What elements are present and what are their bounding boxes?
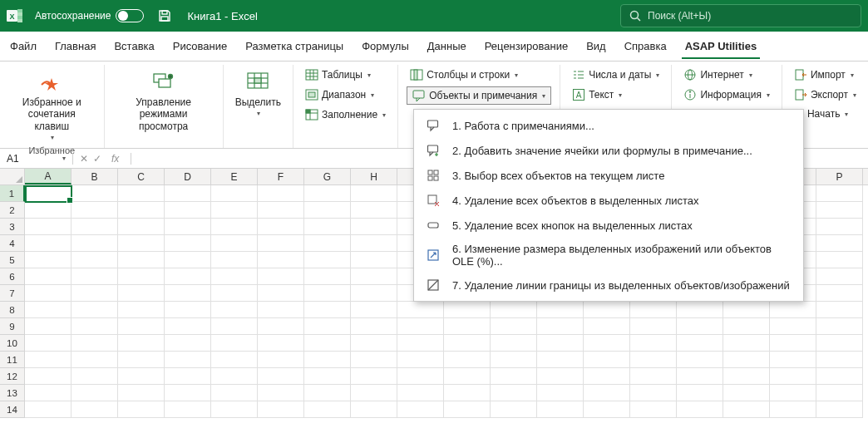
cell[interactable] bbox=[165, 385, 211, 401]
cell[interactable] bbox=[72, 368, 118, 385]
cell[interactable] bbox=[258, 335, 304, 352]
cell[interactable] bbox=[72, 352, 118, 368]
cell[interactable] bbox=[770, 335, 816, 352]
cell[interactable] bbox=[304, 285, 351, 302]
cell[interactable] bbox=[491, 302, 537, 318]
cell[interactable] bbox=[211, 368, 258, 385]
cell[interactable] bbox=[584, 385, 630, 401]
cell[interactable] bbox=[537, 318, 584, 335]
cell[interactable] bbox=[165, 285, 211, 302]
cell[interactable] bbox=[770, 352, 816, 368]
cell[interactable] bbox=[351, 368, 397, 385]
cell[interactable] bbox=[258, 401, 304, 418]
row-header[interactable]: 7 bbox=[0, 285, 25, 302]
cell[interactable] bbox=[304, 235, 351, 252]
cell[interactable] bbox=[677, 335, 723, 352]
column-header[interactable]: F bbox=[258, 169, 304, 184]
cell[interactable] bbox=[816, 235, 863, 252]
cell[interactable] bbox=[72, 318, 118, 335]
favorites-button[interactable]: Избранное и сочетания клавиш▾ bbox=[8, 66, 96, 144]
cell[interactable] bbox=[677, 318, 723, 335]
cell[interactable] bbox=[25, 202, 72, 219]
cell[interactable] bbox=[397, 335, 444, 352]
cell[interactable] bbox=[397, 368, 444, 385]
cell[interactable] bbox=[211, 318, 258, 335]
cell[interactable] bbox=[258, 368, 304, 385]
objects-comments-button[interactable]: Объекты и примечания▾ bbox=[407, 86, 551, 105]
range-button[interactable]: Диапазон▾ bbox=[302, 86, 377, 103]
cell[interactable] bbox=[537, 302, 584, 318]
cell[interactable] bbox=[304, 252, 351, 268]
row-header[interactable]: 3 bbox=[0, 219, 25, 235]
cell[interactable] bbox=[72, 185, 118, 202]
cell[interactable] bbox=[165, 335, 211, 352]
cell[interactable] bbox=[816, 268, 863, 285]
cell[interactable] bbox=[351, 202, 397, 219]
cell[interactable] bbox=[72, 219, 118, 235]
cell[interactable] bbox=[211, 385, 258, 401]
cell[interactable] bbox=[118, 268, 165, 285]
cell[interactable] bbox=[444, 368, 491, 385]
select-all-cells[interactable] bbox=[0, 169, 25, 184]
cell[interactable] bbox=[25, 352, 72, 368]
cell[interactable] bbox=[25, 252, 72, 268]
view-modes-button[interactable]: Управление режимами просмотра bbox=[113, 66, 215, 134]
cell[interactable] bbox=[72, 252, 118, 268]
cols-rows-button[interactable]: Столбцы и строки▾ bbox=[407, 66, 521, 83]
cell[interactable] bbox=[258, 235, 304, 252]
cell[interactable] bbox=[258, 202, 304, 219]
cell[interactable] bbox=[165, 185, 211, 202]
cell[interactable] bbox=[816, 318, 863, 335]
cell[interactable] bbox=[584, 352, 630, 368]
cell[interactable] bbox=[537, 401, 584, 418]
cell[interactable] bbox=[723, 335, 770, 352]
cell[interactable] bbox=[537, 335, 584, 352]
row-header[interactable]: 13 bbox=[0, 385, 25, 401]
cell[interactable] bbox=[630, 401, 677, 418]
export-button[interactable]: Экспорт▾ bbox=[791, 86, 860, 103]
cell[interactable] bbox=[25, 368, 72, 385]
cell[interactable] bbox=[677, 385, 723, 401]
cell[interactable] bbox=[816, 385, 863, 401]
cell[interactable] bbox=[397, 401, 444, 418]
cell[interactable] bbox=[25, 285, 72, 302]
cell[interactable] bbox=[165, 252, 211, 268]
cell[interactable] bbox=[723, 352, 770, 368]
cell[interactable] bbox=[165, 302, 211, 318]
cell[interactable] bbox=[444, 385, 491, 401]
tab-draw[interactable]: Рисование bbox=[170, 33, 230, 59]
cell[interactable] bbox=[491, 352, 537, 368]
column-header[interactable]: C bbox=[118, 169, 165, 184]
cell[interactable] bbox=[351, 235, 397, 252]
column-header[interactable]: E bbox=[211, 169, 258, 184]
cell[interactable] bbox=[723, 318, 770, 335]
cell[interactable] bbox=[118, 285, 165, 302]
cell[interactable] bbox=[816, 401, 863, 418]
cell[interactable] bbox=[351, 335, 397, 352]
cell[interactable] bbox=[118, 252, 165, 268]
cell[interactable] bbox=[444, 352, 491, 368]
cell[interactable] bbox=[630, 302, 677, 318]
cell[interactable] bbox=[25, 385, 72, 401]
row-header[interactable]: 10 bbox=[0, 335, 25, 352]
tab-review[interactable]: Рецензирование bbox=[481, 33, 571, 59]
cell[interactable] bbox=[723, 368, 770, 385]
cell[interactable] bbox=[491, 335, 537, 352]
menu-item-7[interactable]: 7. Удаление линии границы из выделенных … bbox=[414, 273, 803, 298]
cell[interactable] bbox=[397, 302, 444, 318]
cell[interactable] bbox=[304, 219, 351, 235]
cell[interactable] bbox=[72, 285, 118, 302]
cell[interactable] bbox=[25, 268, 72, 285]
menu-item-4[interactable]: 4. Удаление всех объектов в выделенных л… bbox=[414, 188, 803, 213]
cell[interactable] bbox=[25, 401, 72, 418]
row-header[interactable]: 11 bbox=[0, 352, 25, 368]
column-header[interactable]: A bbox=[25, 169, 72, 184]
cell[interactable] bbox=[397, 352, 444, 368]
cell[interactable] bbox=[118, 235, 165, 252]
search-input[interactable]: Поиск (Alt+Ы) bbox=[620, 4, 861, 27]
column-header[interactable]: P bbox=[816, 169, 863, 184]
cell[interactable] bbox=[816, 368, 863, 385]
cell[interactable] bbox=[304, 268, 351, 285]
cell[interactable] bbox=[72, 268, 118, 285]
cell[interactable] bbox=[211, 202, 258, 219]
